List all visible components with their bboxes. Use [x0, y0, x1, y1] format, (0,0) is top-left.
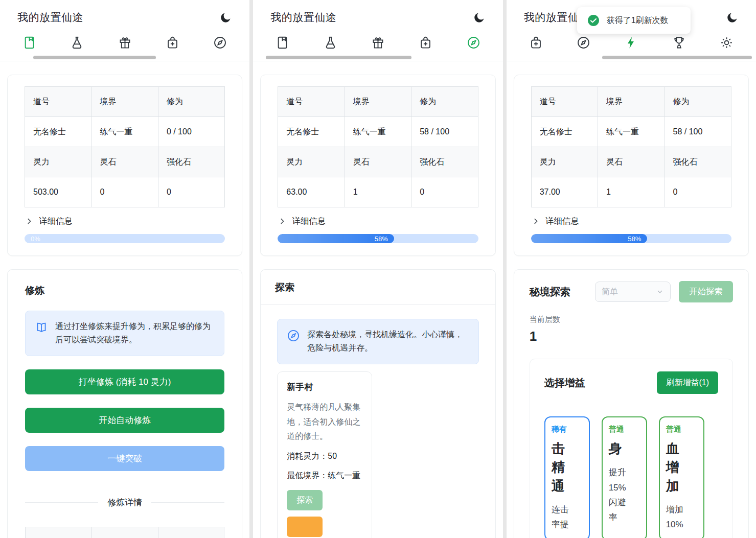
stats-header: 灵石	[91, 147, 158, 177]
app-root: 我的放置仙途 道	[0, 0, 756, 538]
stat-name: 无名修士	[531, 117, 598, 147]
stats-header: 道号	[25, 87, 91, 117]
flask-icon	[70, 36, 84, 50]
buff-desc: 提升 15% 闪避 率	[609, 465, 640, 525]
details-label: 详细信息	[39, 216, 73, 227]
tab-alchemy[interactable]	[324, 36, 337, 50]
explore-section: 探索 探索各处秘境，寻找机缘造化。小心谨慎，危险与机遇并存。 新手村 灵气稀薄的…	[260, 269, 495, 538]
book-open-icon	[35, 321, 48, 334]
location-explore-button[interactable]: 探索	[287, 490, 323, 510]
tab-scrollbar[interactable]	[33, 56, 156, 59]
panel-header: 我的放置仙途	[0, 0, 249, 27]
location-desc: 灵气稀薄的凡人聚集地，适合初入修仙之道的修士。	[287, 400, 362, 444]
tab-explore[interactable]	[213, 36, 227, 50]
gift-icon	[371, 36, 385, 50]
difficulty-value: 简单	[602, 287, 618, 297]
details-toggle[interactable]: 详细信息	[278, 216, 478, 227]
stats-table: 道号 境界 修为 无名修士 练气一重 58 / 100 灵力 灵石 强化石 37…	[531, 86, 731, 207]
details-toggle[interactable]: 详细信息	[25, 216, 225, 227]
divider-label: 修炼详情	[107, 497, 142, 508]
breakthrough-button[interactable]: 一键突破	[25, 446, 224, 471]
auto-cultivate-button[interactable]: 开始自动修炼	[25, 408, 224, 433]
panel-explore: 我的放置仙途 道	[253, 0, 502, 538]
compass-icon	[287, 329, 300, 342]
dark-mode-toggle[interactable]	[473, 11, 486, 24]
tab-gift[interactable]	[118, 36, 132, 50]
stats-header: 境界	[598, 87, 665, 117]
gear-icon	[720, 36, 734, 50]
page-title: 我的放置仙途	[17, 10, 83, 25]
stat-power: 37.00	[531, 177, 598, 207]
bag-plus-icon	[166, 36, 179, 50]
stats-header: 灵石	[345, 147, 411, 177]
section-title: 探索	[275, 281, 480, 294]
meditate-button[interactable]: 打坐修炼 (消耗 10 灵力)	[25, 369, 224, 394]
buff-name: 身	[609, 439, 640, 458]
tab-settings[interactable]	[720, 36, 734, 50]
explore-info: 探索各处秘境，寻找机缘造化。小心谨慎，危险与机遇并存。	[277, 319, 478, 364]
success-toast: 获得了1刷新次数	[577, 7, 691, 34]
moon-icon	[726, 11, 739, 24]
stat-realm: 练气一重	[598, 117, 665, 147]
tab-scrollbar[interactable]	[266, 56, 411, 59]
moon-icon	[473, 11, 486, 24]
tab-bag[interactable]	[419, 36, 432, 50]
tab-gift[interactable]	[371, 36, 385, 50]
stat-enhance: 0	[411, 177, 478, 207]
tab-explore[interactable]	[577, 36, 590, 50]
buff-rarity: 普通	[609, 425, 640, 434]
tab-journal[interactable]	[22, 36, 36, 50]
compass-icon	[467, 36, 480, 50]
journal-bookmark-icon	[276, 36, 289, 50]
tab-journal[interactable]	[276, 36, 289, 50]
cultivation-progressbar: 58%	[531, 234, 731, 243]
tab-alchemy[interactable]	[70, 36, 84, 50]
lightning-icon	[624, 36, 638, 50]
compass-icon	[577, 36, 590, 50]
buff-desc: 增加 10%	[666, 502, 697, 532]
bag-plus-icon	[529, 36, 543, 50]
stat-name: 无名修士	[278, 117, 345, 147]
details-toggle[interactable]: 详细信息	[531, 216, 731, 227]
dark-mode-toggle[interactable]	[726, 11, 739, 24]
tab-dungeon[interactable]	[624, 36, 638, 50]
location-name: 新手村	[287, 381, 362, 393]
stats-card: 道号 境界 修为 无名修士 练气一重 0 / 100 灵力 灵石 强化石 503…	[7, 75, 242, 256]
location-cost: 消耗灵力：50	[287, 449, 362, 463]
dungeon-section: 秘境探索 简单 开始探索 当前层数 1 选择增益 刷新增益(1) 稀有 击 精 …	[514, 269, 749, 538]
tab-explore[interactable]	[467, 36, 480, 50]
tab-achievements[interactable]	[672, 36, 686, 50]
stats-header: 灵石	[598, 147, 665, 177]
progress-label: 58%	[628, 235, 641, 243]
buff-name: 击 精 通	[552, 439, 583, 495]
flask-icon	[324, 36, 337, 50]
stat-power: 63.00	[278, 177, 345, 207]
stats-header: 强化石	[158, 147, 224, 177]
panel-dungeon: 获得了1刷新次数 我的放置仙途	[507, 0, 756, 538]
stat-name: 无名修士	[25, 117, 91, 147]
buff-card[interactable]: 稀有 击 精 通 连击 率提	[544, 416, 590, 538]
buff-rarity: 普通	[666, 425, 697, 434]
stats-header: 道号	[531, 87, 598, 117]
moon-icon	[220, 11, 232, 24]
chevron-right-icon	[531, 217, 540, 226]
location-orange-button[interactable]	[287, 517, 323, 537]
refresh-buffs-button[interactable]: 刷新增益(1)	[657, 371, 718, 394]
tab-bag[interactable]	[529, 36, 543, 50]
tab-bag[interactable]	[166, 36, 179, 50]
details-label: 详细信息	[292, 216, 326, 227]
tab-scrollbar[interactable]	[602, 56, 752, 59]
stats-header: 道号	[278, 87, 345, 117]
stat-cultivation: 58 / 100	[411, 117, 478, 147]
start-explore-button[interactable]: 开始探索	[679, 281, 733, 302]
gift-icon	[118, 36, 132, 50]
difficulty-select[interactable]: 简单	[595, 282, 671, 302]
info-text: 通过打坐修炼来提升修为，积累足够的修为后可以尝试突破境界。	[55, 320, 215, 347]
panel-divider	[503, 0, 507, 538]
chevron-down-icon	[656, 288, 664, 296]
buff-card[interactable]: 普通 身 提升 15% 闪避 率	[602, 416, 647, 538]
cultivation-info: 通过打坐修炼来提升修为，积累足够的修为后可以尝试突破境界。	[25, 311, 224, 356]
dark-mode-toggle[interactable]	[220, 11, 232, 24]
cultivation-details-table	[25, 527, 224, 538]
buff-card[interactable]: 普通 血 增 加 增加 10%	[659, 416, 704, 538]
